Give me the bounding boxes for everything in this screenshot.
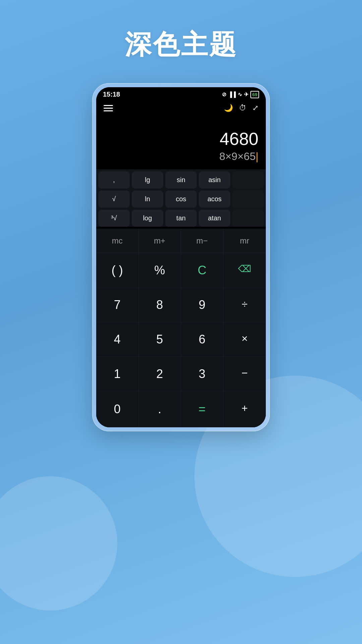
sci-btn-extra3[interactable] [232, 210, 264, 227]
bg-decoration-2 [0, 476, 117, 610]
status-icons: ⊘ ▐▐ ∿ ✈ 69 [222, 91, 259, 98]
wifi-icon: ∿ [238, 91, 242, 98]
app-header: 🌙 ⏱ ⤢ [96, 100, 266, 116]
btn-percent[interactable]: % [139, 253, 181, 288]
btn-1[interactable]: 1 [96, 357, 139, 391]
sci-btn-extra1[interactable] [232, 171, 264, 189]
btn-backspace[interactable]: ⌫ [224, 253, 266, 288]
btn-mc[interactable]: mc [96, 229, 139, 253]
scientific-buttons: , lg sin asin √ ln cos acos ³√ log tan a… [96, 169, 266, 227]
sci-btn-cbrt[interactable]: ³√ [98, 210, 130, 227]
btn-mplus[interactable]: m+ [139, 229, 181, 253]
menu-button[interactable] [104, 105, 113, 111]
sci-btn-comma[interactable]: , [98, 171, 130, 189]
page-title: 深色主题 [125, 27, 237, 63]
display-expression: 8×9×65| [219, 150, 258, 163]
btn-add[interactable]: + [224, 391, 266, 427]
btn-mminus[interactable]: m− [181, 229, 224, 253]
memory-row: mc m+ m− mr [96, 229, 266, 253]
btn-0[interactable]: 0 [96, 391, 139, 427]
airplane-icon: ✈ [244, 91, 248, 98]
hamburger-line-2 [104, 108, 113, 109]
night-mode-icon[interactable]: 🌙 [224, 104, 233, 112]
phone-screen: 15:18 ⊘ ▐▐ ∿ ✈ 69 🌙 ⏱ ⤢ 4680 [96, 87, 266, 427]
cursor: | [256, 150, 258, 162]
display-area: 4680 8×9×65| [96, 116, 266, 169]
sci-btn-log[interactable]: log [132, 210, 163, 227]
sci-btn-tan[interactable]: tan [165, 210, 197, 227]
btn-5[interactable]: 5 [139, 322, 181, 357]
sci-btn-asin[interactable]: asin [199, 171, 230, 189]
sci-btn-lg[interactable]: lg [132, 171, 163, 189]
btn-2[interactable]: 2 [139, 357, 181, 391]
battery-icon: 69 [250, 91, 259, 98]
btn-multiply[interactable]: × [224, 322, 266, 357]
display-result: 4680 [220, 129, 258, 149]
sci-btn-extra2[interactable] [232, 191, 264, 208]
btn-4[interactable]: 4 [96, 322, 139, 357]
phone-frame: 15:18 ⊘ ▐▐ ∿ ✈ 69 🌙 ⏱ ⤢ 4680 [92, 83, 270, 431]
btn-3[interactable]: 3 [181, 357, 224, 391]
btn-parentheses[interactable]: ( ) [96, 253, 139, 288]
btn-mr[interactable]: mr [224, 229, 266, 253]
sci-btn-sin[interactable]: sin [165, 171, 197, 189]
signal-icon: ⊘ [222, 91, 226, 98]
sci-btn-ln[interactable]: ln [132, 191, 163, 208]
status-bar: 15:18 ⊘ ▐▐ ∿ ✈ 69 [96, 87, 266, 100]
sci-row-3: ³√ log tan atan [98, 210, 264, 227]
btn-decimal[interactable]: . [139, 391, 181, 427]
status-time: 15:18 [103, 91, 120, 98]
hamburger-line-1 [104, 105, 113, 106]
history-icon[interactable]: ⏱ [239, 104, 246, 112]
hamburger-line-3 [104, 110, 113, 111]
vibrate-icon: ▐▐ [228, 92, 236, 98]
sci-row-2: √ ln cos acos [98, 191, 264, 208]
btn-divide[interactable]: ÷ [224, 288, 266, 322]
btn-7[interactable]: 7 [96, 288, 139, 322]
header-icons: 🌙 ⏱ ⤢ [224, 104, 258, 112]
btn-9[interactable]: 9 [181, 288, 224, 322]
main-grid: ( ) % C ⌫ 7 8 9 ÷ 4 5 6 × 1 2 3 − [96, 253, 266, 427]
sci-btn-atan[interactable]: atan [199, 210, 230, 227]
flip-icon[interactable]: ⤢ [252, 104, 258, 112]
sci-btn-acos[interactable]: acos [199, 191, 230, 208]
btn-6[interactable]: 6 [181, 322, 224, 357]
btn-subtract[interactable]: − [224, 357, 266, 391]
calculator-buttons: mc m+ m− mr ( ) % C ⌫ 7 8 9 ÷ 4 5 6 [96, 229, 266, 427]
sci-row-1: , lg sin asin [98, 171, 264, 189]
btn-8[interactable]: 8 [139, 288, 181, 322]
btn-clear[interactable]: C [181, 253, 224, 288]
sci-btn-sqrt[interactable]: √ [98, 191, 130, 208]
btn-equals[interactable]: = [181, 391, 224, 427]
sci-btn-cos[interactable]: cos [165, 191, 197, 208]
